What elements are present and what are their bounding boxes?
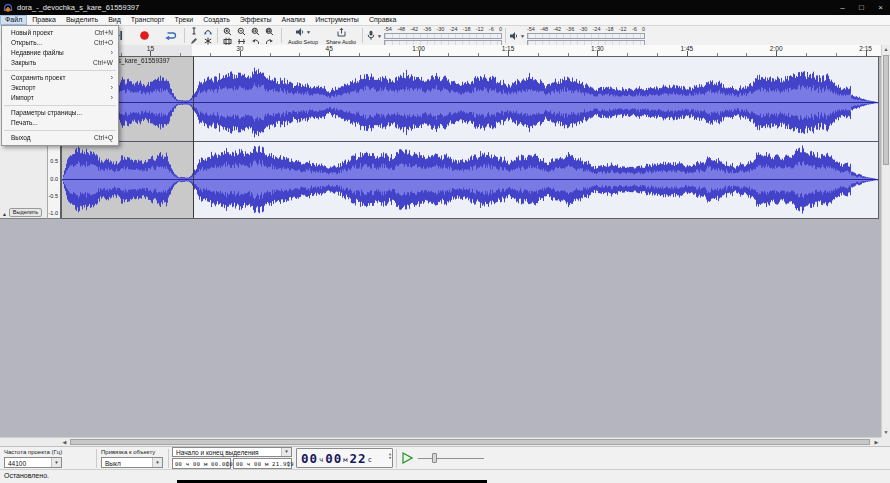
zoom-out-button[interactable] [234, 26, 248, 36]
file-menu-item[interactable]: Параметры страницы... [2, 108, 118, 118]
vertical-scroll-thumb[interactable] [883, 55, 889, 165]
menubar-item[interactable]: Выделить [61, 15, 103, 25]
menubar-item[interactable]: Файл [0, 15, 27, 25]
horizontal-scrollbar: ◀ ▶ [0, 437, 881, 446]
scroll-right-arrow[interactable]: ▶ [872, 438, 881, 446]
selection-end-field[interactable]: 00 ч 00 м 21.999 с ▲▼ [233, 458, 292, 469]
horizontal-scroll-thumb[interactable] [70, 439, 870, 445]
project-rate-label: Частота проекта (Гц) [4, 449, 62, 455]
scroll-down-arrow[interactable]: ▼ [882, 428, 890, 436]
meter-scale-number: 0 [642, 26, 645, 33]
menubar-item[interactable]: Транспорт [126, 15, 170, 25]
ruler-tick-label: 30 [236, 45, 243, 52]
share-icon [336, 27, 346, 38]
scroll-up-arrow[interactable]: ▲ [882, 45, 890, 53]
ruler-tick-label: 2:15 [859, 45, 872, 52]
play-at-speed-button[interactable] [400, 451, 414, 465]
menu-separator [4, 70, 116, 71]
file-menu-item[interactable]: Новый проектCtrl+N [2, 28, 118, 38]
maximize-button[interactable]: □ [852, 0, 871, 15]
spinner-icon[interactable]: ▲▼ [389, 452, 391, 460]
ruler-tick-label: 2:00 [770, 45, 783, 52]
meter-scale-number: -30 [579, 26, 587, 33]
meter-scale-number: -48 [397, 26, 405, 33]
envelope-tool-button[interactable] [201, 26, 215, 36]
selection-toolbar: Частота проекта (Гц) 44100▼ Привязка к о… [0, 446, 890, 469]
collapse-track-icon[interactable]: ▲ [2, 211, 7, 217]
spinner-icon[interactable]: ▲▼ [227, 460, 229, 468]
audacity-window: dora_-_devochka_s_kare_61559397 – □ × Фа… [0, 0, 890, 483]
minimize-button[interactable]: – [833, 0, 852, 15]
zoom-in-button[interactable] [220, 26, 234, 36]
menubar-item[interactable]: Анализ [277, 15, 311, 25]
window-title: dora_-_devochka_s_kare_61559397 [17, 3, 139, 12]
scale-label: 0.0 [50, 176, 58, 182]
chevron-down-icon: ▼ [306, 29, 311, 35]
selection-tool-button[interactable] [187, 26, 201, 36]
menubar-item[interactable]: Эффекты [235, 15, 277, 25]
menubar-item[interactable]: Создать [198, 15, 235, 25]
menu-separator [4, 130, 116, 131]
selection-mode-combo[interactable]: Начало и конец выделения▼ [172, 447, 292, 457]
audio-setup-button[interactable]: ▼ Audio Setup [285, 26, 321, 45]
scroll-left-arrow[interactable]: ◀ [60, 438, 69, 446]
track-row: ▲ Выделить 1.00.50.0-0.5-1.01.00.50.0-0.… [0, 56, 881, 219]
record-button[interactable] [132, 26, 156, 45]
meter-scale-number: -36 [566, 26, 574, 33]
audio-position-display[interactable]: 00ч 00м 22с ▲▼ [296, 448, 393, 468]
zoom-selection-button[interactable] [248, 26, 262, 36]
scale-label: -1.0 [49, 210, 58, 216]
menubar-item[interactable]: Справка [364, 15, 401, 25]
speaker-icon [509, 27, 519, 45]
microphone-icon [366, 27, 376, 45]
waveform-area[interactable]: dora_-_devochka_s_kare_61559397 [61, 56, 879, 219]
menu-separator [4, 105, 116, 106]
file-menu-item[interactable]: Экспорт› [2, 83, 118, 93]
project-rate-combo[interactable]: 44100▼ [4, 457, 62, 468]
ruler-tick-label: 1:45 [680, 45, 693, 52]
share-audio-label: Share Audio [326, 39, 356, 45]
toolbar: ▼ Audio Setup Share Audio ▼ -54-48-42-36… [0, 26, 890, 46]
meter-scale-number: -30 [436, 26, 444, 33]
file-menu-item[interactable]: Импорт› [2, 93, 118, 103]
playback-speed-slider[interactable] [418, 452, 484, 464]
slider-thumb[interactable] [432, 453, 437, 463]
meter-scale: -54-48-42-36-30-24-18-12-60 [527, 26, 645, 33]
file-menu-item[interactable]: Открыть...Ctrl+O [2, 38, 118, 48]
file-menu-item[interactable]: Недавние файлы› [2, 48, 118, 58]
menubar-item[interactable]: Правка [27, 15, 61, 25]
chevron-down-icon: ▼ [152, 458, 162, 467]
meter-scale-number: -18 [606, 26, 614, 33]
loop-button[interactable] [158, 26, 182, 45]
file-menu-item[interactable]: ВыходCtrl+Q [2, 133, 118, 143]
file-menu-item[interactable]: Сохранить проект› [2, 73, 118, 83]
chevron-down-icon: ▼ [377, 33, 382, 39]
waveform-canvas [62, 64, 878, 218]
meter-scale-number: -54 [384, 26, 392, 33]
file-menu-item[interactable]: ЗакрытьCtrl+W [2, 58, 118, 68]
share-audio-button[interactable]: Share Audio [323, 26, 359, 45]
spinner-icon[interactable]: ▲▼ [288, 460, 290, 468]
meter-scale-number: -42 [410, 26, 418, 33]
file-menu-item[interactable]: Печать... [2, 118, 118, 128]
scale-label: 0.5 [50, 158, 58, 164]
meter-bar-left [527, 33, 645, 39]
meter-scale-number: -54 [527, 26, 535, 33]
menubar-item[interactable]: Инструменты [310, 15, 364, 25]
close-button[interactable]: × [871, 0, 890, 15]
zoom-fit-button[interactable] [262, 26, 276, 36]
vertical-scrollbar: ▲ ▼ [881, 45, 890, 437]
menubar-item[interactable]: Вид [103, 15, 126, 25]
audacity-logo-icon [3, 3, 13, 13]
ruler-tick-label: 45 [326, 45, 333, 52]
menubar-item[interactable]: Треки [170, 15, 199, 25]
track-select-button[interactable]: Выделить [9, 208, 42, 217]
meter-scale-number: -12 [619, 26, 627, 33]
status-text: Остановлено. [4, 472, 49, 479]
selection-start-field[interactable]: 00 ч 00 м 00.000 с ▲▼ [172, 458, 231, 469]
meter-scale-number: -18 [463, 26, 471, 33]
playback-meter[interactable]: ▼ -54-48-42-36-30-24-18-12-60 [509, 27, 645, 44]
snap-to-combo[interactable]: Выкл▼ [101, 457, 163, 468]
ruler-tick-label: 1:00 [412, 45, 425, 52]
recording-meter[interactable]: ▼ -54-48-42-36-30-24-18-12-60 [366, 27, 502, 44]
